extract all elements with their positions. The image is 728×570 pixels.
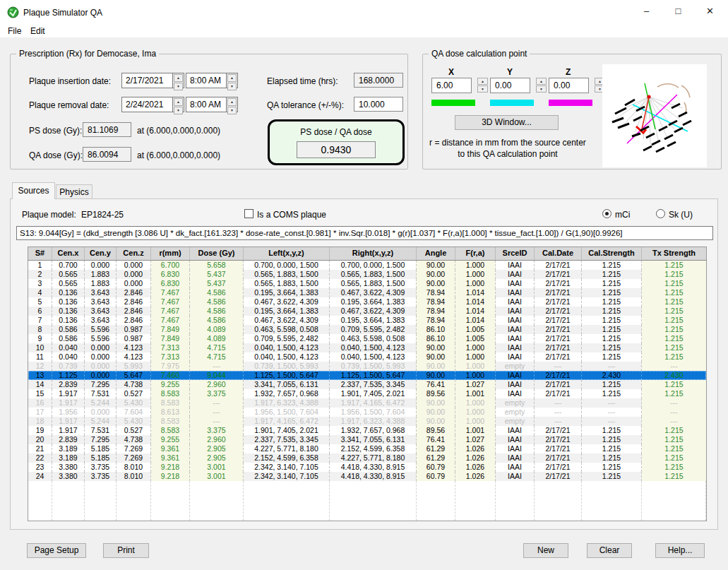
table-cell: 2.846 [117, 316, 151, 325]
spinner-up-icon[interactable]: ▲ [174, 74, 183, 82]
table-cell: 2.839 [52, 435, 85, 444]
table-cell: 6 [28, 307, 52, 316]
table-cell: 1.215 [642, 380, 706, 389]
help-button[interactable]: Help... [655, 543, 705, 558]
table-row[interactable]: 213.1895.1857.2699.3612.9054.227, 5.771,… [28, 444, 706, 453]
table-row[interactable]: 80.5865.5960.9877.8494.0890.463, 5.598, … [28, 325, 706, 334]
table-cell: 0.565, 1.883, 1.500 [330, 279, 417, 288]
spinner-down-icon[interactable]: ▼ [174, 83, 183, 90]
column-header[interactable]: Cen.x [52, 247, 85, 260]
table-row[interactable]: 60.1363.6432.8467.4674.5860.195, 3.664, … [28, 307, 706, 316]
spinner-down-icon[interactable]: ▼ [227, 83, 237, 90]
maximize-icon[interactable]: □ [662, 0, 694, 23]
print-button[interactable]: Print [103, 543, 149, 558]
table-row[interactable]: 233.3803.7358.0109.2183.0012.342, 3.140,… [28, 463, 706, 472]
table-cell: 4.418, 4.330, 8.915 [330, 472, 417, 481]
table-cell: 5.185 [85, 444, 117, 453]
table-cell: 0.565 [52, 270, 85, 279]
column-header[interactable]: Cen.z [117, 247, 151, 260]
table-cell: IAAI [496, 426, 535, 435]
column-header[interactable]: Dose (Gy) [190, 247, 244, 260]
column-header[interactable]: F(r,a) [455, 247, 496, 260]
spinner-down-icon[interactable]: ▼ [536, 85, 547, 93]
table-row[interactable]: 20.5651.8830.0006.8305.4370.565, 1.883, … [28, 270, 706, 279]
qa-tolerance-field[interactable]: 10.000 [354, 97, 403, 112]
z-coordinate-field[interactable]: 0.00 [549, 78, 589, 93]
table-cell: 4.715 [190, 352, 244, 362]
unit-mci-radio[interactable] [602, 209, 611, 218]
table-row[interactable]: 50.1363.6432.8467.4674.5860.467, 3.622, … [28, 297, 706, 307]
y-coordinate-field[interactable]: 0.00 [490, 78, 530, 93]
spinner-down-icon[interactable]: ▼ [477, 85, 488, 93]
spinner-up-icon[interactable]: ▲ [536, 78, 547, 85]
new-button[interactable]: New [523, 543, 568, 558]
dose-formula-field[interactable]: S13: 9.044[Gy] = (dkd_strength [3.086 U]… [16, 226, 713, 240]
table-cell: 1.215 [642, 472, 706, 481]
table-row[interactable]: 90.5865.5960.9877.8494.0890.709, 5.595, … [28, 334, 706, 343]
table-row[interactable]: 191.9177.5310.5278.5833.3751.901, 7.405,… [28, 426, 706, 435]
column-header[interactable]: Angle [417, 247, 455, 260]
table-row[interactable]: 70.1363.6432.8467.4674.5860.467, 3.622, … [28, 316, 706, 325]
table-row[interactable]: 30.5651.8830.0006.8305.4370.565, 1.883, … [28, 279, 706, 288]
column-header[interactable]: Cal.Date [535, 247, 582, 260]
table-row[interactable]: 100.0400.0004.1237.3134.7150.040, 1.500,… [28, 343, 706, 352]
table-row[interactable]: 151.9177.5310.5278.5833.3751.932, 7.657,… [28, 389, 706, 398]
x-spinner[interactable]: ▲▼ [477, 78, 488, 93]
table-cell: --- [190, 417, 244, 426]
menu-edit[interactable]: Edit [28, 26, 47, 36]
coms-plaque-checkbox[interactable] [244, 209, 253, 218]
table-cell: --- [535, 362, 582, 371]
spinner-down-icon[interactable]: ▼ [174, 107, 183, 114]
empty-cell [417, 481, 455, 521]
table-cell: 3.735 [85, 472, 117, 481]
column-header[interactable]: Tx Strength [642, 247, 706, 260]
table-row[interactable]: 181.9175.2445.4308.583---1.917, 4.165, 6… [28, 417, 706, 426]
page-setup-button[interactable]: Page Setup [27, 543, 86, 558]
column-header[interactable]: Cal.Strength [582, 247, 642, 260]
spinner-up-icon[interactable]: ▲ [477, 78, 488, 85]
insertion-date-value[interactable]: 2/17/2021 [122, 73, 172, 88]
column-header[interactable]: SrceID [496, 247, 535, 260]
table-row[interactable]: 10.7000.0000.0006.7005.6580.700, 0.000, … [28, 261, 706, 270]
column-header[interactable]: Right(x,y,z) [330, 247, 417, 260]
removal-time-value[interactable]: 8:00 AM [186, 97, 226, 112]
table-row[interactable]: 131.1250.0005.6477.4609.0441.125, 1.500,… [28, 371, 706, 380]
clear-button[interactable]: Clear [587, 543, 632, 558]
column-header[interactable]: Cen.y [85, 247, 117, 260]
table-row[interactable]: 223.1895.1857.2699.3612.9052.152, 4.599,… [28, 453, 706, 463]
insertion-date-spinner[interactable]: 2/17/2021 ▲▼ [121, 73, 184, 88]
column-header[interactable]: Left(x,y,z) [244, 247, 330, 260]
table-row[interactable]: 161.9175.2445.4308.583---1.917, 6.323, 4… [28, 398, 706, 408]
unit-sku-radio[interactable] [656, 209, 665, 218]
table-cell: 4.089 [190, 334, 244, 343]
table-row[interactable]: 171.9560.0007.6048.613---1.956, 1.500, 7… [28, 408, 706, 417]
minimize-icon[interactable]: – [631, 0, 662, 23]
removal-date-value[interactable]: 2/24/2021 [122, 97, 172, 112]
table-row[interactable]: 142.8397.2954.7389.2552.9603.341, 7.055,… [28, 380, 706, 389]
tab-physics[interactable]: Physics [56, 184, 93, 199]
table-row[interactable]: 110.0400.0004.1237.3134.7150.040, 1.500,… [28, 352, 706, 362]
column-header[interactable]: r(mm) [151, 247, 190, 260]
spinner-down-icon[interactable]: ▼ [227, 107, 237, 114]
tab-sources[interactable]: Sources [12, 182, 55, 199]
removal-time-spinner[interactable]: 8:00 AM ▲▼ [186, 97, 238, 112]
insertion-time-spinner[interactable]: 8:00 AM ▲▼ [186, 73, 238, 88]
spinner-up-icon[interactable]: ▲ [227, 74, 237, 82]
spinner-up-icon[interactable]: ▲ [227, 98, 237, 106]
spinner-up-icon[interactable]: ▲ [174, 98, 183, 106]
table-cell: 1.125, 1.500, 5.647 [244, 371, 330, 380]
column-header[interactable]: S# [28, 247, 52, 260]
table-row[interactable]: 40.1363.6432.8467.4674.5860.195, 3.664, … [28, 288, 706, 297]
sources-table[interactable]: S#Cen.xCen.yCen.zr(mm)Dose (Gy)Left(x,y,… [28, 247, 707, 521]
table-row[interactable]: 120.7390.0005.9937.975---0.739, 1.500, 5… [28, 362, 706, 371]
y-spinner[interactable]: ▲▼ [536, 78, 547, 93]
x-coordinate-field[interactable]: 6.00 [431, 78, 472, 93]
table-row[interactable]: 243.3803.7358.0109.2183.0012.342, 3.140,… [28, 472, 706, 481]
table-row[interactable]: 202.8397.2954.7389.2552.9602.337, 7.535,… [28, 435, 706, 444]
close-icon[interactable]: ✕ [694, 0, 726, 23]
menu-file[interactable]: File [6, 26, 23, 36]
3d-window-button[interactable]: 3D Window... [455, 115, 559, 130]
table-cell: 0.195, 3.664, 1.383 [330, 316, 417, 325]
removal-date-spinner[interactable]: 2/24/2021 ▲▼ [121, 97, 184, 112]
insertion-time-value[interactable]: 8:00 AM [186, 73, 226, 88]
